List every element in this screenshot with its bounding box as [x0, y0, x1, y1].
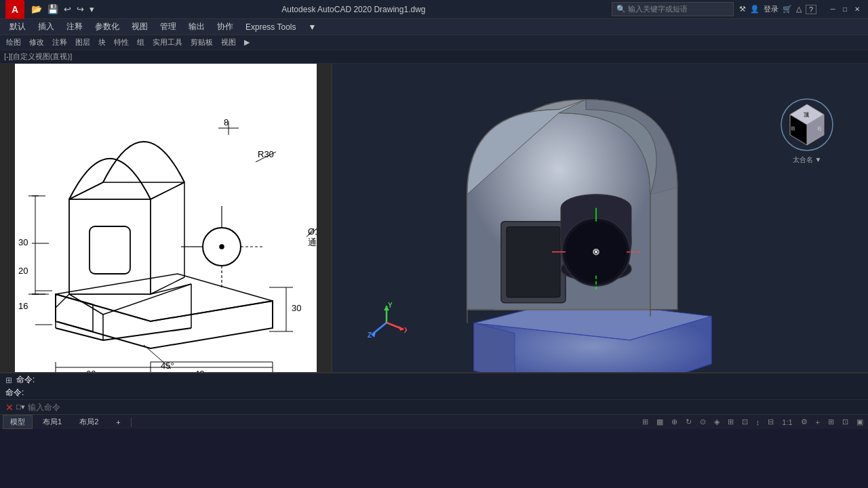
dim-d16: Ø16	[308, 226, 317, 237]
2d-drawing-panel: 8 R30 Ø16 通孔 30 20 16 30 60 40 45°	[0, 64, 332, 372]
menu-manage[interactable]: 管理	[155, 20, 182, 34]
dropdown-icon[interactable]: ▾	[88, 3, 96, 16]
gizmo-icon[interactable]: ↕	[754, 418, 762, 426]
dim-40: 40	[195, 369, 204, 372]
login-label[interactable]: 登录	[764, 4, 778, 14]
title-text: Autodesk AutoCAD 2020 Drawing1.dwg	[101, 5, 606, 14]
undo-icon[interactable]: ↩	[62, 3, 73, 16]
dim-r30: R30	[258, 149, 274, 159]
qa-utilities[interactable]: 实用工具	[149, 37, 186, 48]
ui-icon[interactable]: ⊡	[840, 418, 850, 426]
qa-view[interactable]: 视图	[218, 37, 239, 48]
tab-model[interactable]: 模型	[3, 415, 33, 429]
cmd-line-2: 命令:	[5, 386, 863, 399]
menu-annotate[interactable]: 注释	[61, 20, 88, 34]
qa-layer[interactable]: 图层	[72, 37, 94, 48]
svg-point-14	[220, 245, 224, 249]
save-icon[interactable]: 💾	[46, 3, 60, 16]
annotation-icon[interactable]: ⊟	[766, 418, 776, 426]
redo-icon[interactable]: ↪	[75, 3, 85, 16]
drawing-area: 8 R30 Ø16 通孔 30 20 16 30 60 40 45°	[0, 64, 868, 372]
otrack-icon[interactable]: ⊙	[698, 418, 708, 426]
qa-properties[interactable]: 特性	[111, 37, 132, 48]
svg-line-82	[372, 323, 387, 335]
fullscreen-icon[interactable]: ▣	[854, 418, 865, 426]
triangle-icon: △	[796, 5, 802, 14]
workspace-icon[interactable]: ⊞	[826, 418, 836, 426]
cart-icon: 🛒	[783, 5, 792, 14]
svg-text:右: 右	[817, 126, 822, 131]
transparency-icon[interactable]: ⊞	[726, 418, 736, 426]
minimize-button[interactable]: ─	[827, 4, 838, 15]
svg-rect-55	[507, 226, 560, 297]
qa-group[interactable]: 组	[134, 37, 148, 48]
menu-output[interactable]: 输出	[183, 20, 210, 34]
scale-label: 1:1	[780, 418, 794, 426]
menu-more[interactable]: ▼	[302, 21, 321, 33]
menu-collaborate[interactable]: 协作	[212, 20, 239, 34]
drawing-canvas: 8 R30 Ø16 通孔 30 20 16 30 60 40 45°	[15, 64, 317, 372]
command-input-area: ✕ □▾	[0, 399, 868, 414]
viewport-label: [-][自定义视图(直视)]	[0, 50, 868, 64]
menu-default[interactable]: 默认	[4, 20, 31, 34]
qa-modify[interactable]: 修改	[26, 37, 47, 48]
tab-separator	[131, 418, 132, 427]
open-icon[interactable]: 📂	[30, 3, 43, 16]
3d-object	[406, 64, 759, 372]
qa-block[interactable]: 块	[95, 37, 109, 48]
qa-annotate[interactable]: 注释	[49, 37, 71, 48]
tools-icon: ⚒	[739, 5, 746, 14]
select-icon[interactable]: ⊡	[740, 418, 750, 426]
tab-layout2[interactable]: 布局2	[72, 415, 106, 429]
window-controls: ─ □ ✕	[827, 4, 863, 15]
cmd-prompt-1: 命令:	[16, 374, 35, 386]
cmd-line-1: ⊞ 命令:	[5, 373, 863, 386]
axis-indicator: X Y Z	[366, 302, 407, 345]
search-icon: 🔍	[616, 5, 626, 14]
close-button[interactable]: ✕	[852, 4, 863, 15]
maximize-button[interactable]: □	[840, 4, 850, 15]
svg-text:Y: Y	[388, 302, 393, 309]
app-logo: A	[5, 0, 24, 19]
tab-add[interactable]: +	[108, 416, 127, 428]
toolbar-icons: 📂 💾 ↩ ↪ ▾	[30, 3, 96, 16]
cmd-x-icon: ✕	[5, 402, 14, 413]
settings-icon[interactable]: ⚙	[799, 418, 810, 426]
menu-insert[interactable]: 插入	[33, 20, 60, 34]
osnap-status-icon[interactable]: ↻	[684, 418, 694, 426]
qa-clipboard[interactable]: 剪贴板	[187, 37, 216, 48]
status-icons: ⊞ ▦ ⊕ ↻ ⊙ ◈ ⊞ ⊡ ↕ ⊟ 1:1 ⚙ + ⊞ ⊡ ▣	[640, 418, 865, 426]
dim-30-right: 30	[292, 303, 301, 313]
command-input[interactable]	[28, 403, 863, 412]
snap-status-icon[interactable]: ▦	[654, 418, 665, 426]
plus-icon[interactable]: +	[814, 418, 822, 426]
cmd-grid-icon: ⊞	[5, 375, 12, 385]
quick-access-bar: 绘图 修改 注释 图层 块 特性 组 实用工具 剪贴板 视图 ▶	[0, 35, 868, 50]
menu-parametric[interactable]: 参数化	[90, 20, 125, 34]
dim-16: 16	[18, 301, 28, 311]
right-actions: ⚒ 👤 登录 🛒 △ ?	[739, 4, 816, 14]
dim-8: 8	[224, 117, 229, 127]
menu-express-tools[interactable]: Express Tools	[240, 21, 301, 33]
viewport-label-text: [-][自定义视图(直视)]	[4, 52, 72, 62]
menu-view[interactable]: 视图	[126, 20, 153, 34]
search-placeholder: 输入关键字或短语	[628, 4, 688, 14]
dim-45: 45°	[161, 361, 174, 371]
3d-view-panel: 顶 右 前 太合名 ▼ X Y	[332, 64, 868, 372]
tab-layout1[interactable]: 布局1	[35, 415, 69, 429]
navigation-cube[interactable]: 顶 右 前 太合名 ▼	[780, 98, 834, 152]
polar-status-icon[interactable]: ⊕	[669, 418, 679, 426]
lineweight-icon[interactable]: ◈	[712, 418, 722, 426]
search-box[interactable]: 🔍 输入关键字或短语	[612, 2, 734, 16]
help-label[interactable]: ?	[806, 5, 816, 14]
grid-status-icon[interactable]: ⊞	[640, 418, 650, 426]
menu-bar: 默认 插入 注释 参数化 视图 管理 输出 协作 Express Tools ▼	[0, 19, 868, 35]
nav-cube-label: 太合名 ▼	[780, 155, 834, 165]
account-icon: 👤	[750, 5, 760, 14]
dim-through: 通孔	[308, 237, 317, 247]
title-bar: A 📂 💾 ↩ ↪ ▾ Autodesk AutoCAD 2020 Drawin…	[0, 0, 868, 19]
qa-draw[interactable]: 绘图	[3, 37, 24, 48]
cmd-prompt-2: 命令:	[5, 387, 24, 399]
qa-more[interactable]: ▶	[241, 37, 253, 47]
dim-20: 20	[18, 266, 28, 276]
